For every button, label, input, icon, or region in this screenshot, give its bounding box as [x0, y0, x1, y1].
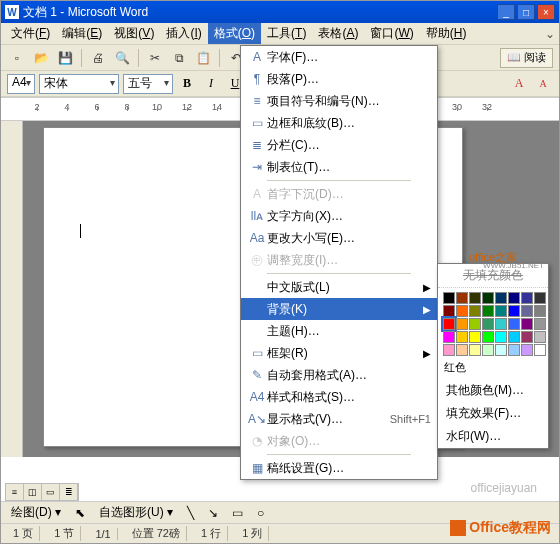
draw-menu-button[interactable]: 绘图(D) ▾ [7, 504, 65, 521]
color-swatch[interactable] [443, 292, 455, 304]
color-swatch[interactable] [443, 305, 455, 317]
format-menu-item[interactable]: ≡项目符号和编号(N)… [241, 90, 437, 112]
more-colors-item[interactable]: 其他颜色(M)… [438, 379, 548, 402]
color-swatch[interactable] [469, 331, 481, 343]
select-objects-button[interactable]: ⬉ [71, 506, 89, 520]
color-swatch[interactable] [469, 344, 481, 356]
menu-a[interactable]: 表格(A) [312, 23, 364, 44]
rectangle-button[interactable]: ▭ [228, 506, 247, 520]
format-menu-item[interactable]: ▭框架(R)▶ [241, 342, 437, 364]
save-button[interactable]: 💾 [55, 48, 75, 68]
print-view-button[interactable]: ▭ [42, 484, 60, 500]
color-swatch[interactable] [482, 305, 494, 317]
preview-button[interactable]: 🔍 [112, 48, 132, 68]
color-swatch[interactable] [469, 318, 481, 330]
format-menu-item[interactable]: ¶段落(P)… [241, 68, 437, 90]
outline-view-button[interactable]: ≣ [60, 484, 78, 500]
format-menu-item[interactable]: A4样式和格式(S)… [241, 386, 437, 408]
vertical-ruler[interactable] [1, 121, 23, 457]
color-swatch[interactable] [508, 344, 520, 356]
color-swatch[interactable] [534, 344, 546, 356]
color-swatch[interactable] [495, 318, 507, 330]
read-mode-button[interactable]: 📖阅读 [500, 48, 553, 68]
format-menu-item[interactable]: A↘显示格式(V)…Shift+F1 [241, 408, 437, 430]
font-name-combo[interactable]: 宋体 [39, 74, 119, 94]
new-button[interactable]: ▫ [7, 48, 27, 68]
font-grow-button[interactable]: A [509, 74, 529, 94]
fill-effects-item[interactable]: 填充效果(F)… [438, 402, 548, 425]
watermark-item[interactable]: 水印(W)… [438, 425, 548, 448]
menu-t[interactable]: 工具(T) [261, 23, 312, 44]
format-menu-item[interactable]: ▭边框和底纹(B)… [241, 112, 437, 134]
color-swatch[interactable] [508, 331, 520, 343]
normal-view-button[interactable]: ≡ [6, 484, 24, 500]
menu-f[interactable]: 文件(F) [5, 23, 56, 44]
color-swatch[interactable] [456, 318, 468, 330]
color-swatch[interactable] [443, 331, 455, 343]
autoshapes-button[interactable]: 自选图形(U) ▾ [95, 504, 177, 521]
format-menu-item[interactable]: 中文版式(L)▶ [241, 276, 437, 298]
color-swatch[interactable] [469, 292, 481, 304]
color-swatch[interactable] [508, 305, 520, 317]
arrow-button[interactable]: ↘ [204, 506, 222, 520]
menu-w[interactable]: 窗口(W) [364, 23, 419, 44]
cut-button[interactable]: ✂ [145, 48, 165, 68]
copy-button[interactable]: ⧉ [169, 48, 189, 68]
color-swatch[interactable] [495, 344, 507, 356]
format-menu-item[interactable]: ✎自动套用格式(A)… [241, 364, 437, 386]
color-swatch[interactable] [456, 344, 468, 356]
color-swatch[interactable] [495, 292, 507, 304]
color-swatch[interactable] [482, 318, 494, 330]
format-menu-item[interactable]: ≣分栏(C)… [241, 134, 437, 156]
format-menu-item[interactable]: 背景(K)▶ [241, 298, 437, 320]
close-button[interactable]: × [537, 4, 555, 20]
menu-e[interactable]: 编辑(E) [56, 23, 108, 44]
color-swatch[interactable] [482, 292, 494, 304]
maximize-button[interactable]: □ [517, 4, 535, 20]
menu-h[interactable]: 帮助(H) [420, 23, 473, 44]
menu-i[interactable]: 插入(I) [160, 23, 207, 44]
color-swatch[interactable] [482, 344, 494, 356]
format-menu-item[interactable]: Aa更改大小写(E)… [241, 227, 437, 249]
color-swatch[interactable] [521, 344, 533, 356]
line-button[interactable]: ╲ [183, 506, 198, 520]
color-swatch[interactable] [521, 305, 533, 317]
menu-o[interactable]: 格式(O) [208, 23, 261, 44]
color-swatch[interactable] [443, 318, 455, 330]
format-menu-item[interactable]: ⇥制表位(T)… [241, 156, 437, 178]
color-swatch[interactable] [482, 331, 494, 343]
color-swatch[interactable] [456, 305, 468, 317]
color-swatch[interactable] [443, 344, 455, 356]
format-menu-item[interactable]: A字体(F)… [241, 46, 437, 68]
color-swatch[interactable] [534, 292, 546, 304]
font-size-combo[interactable]: 五号 [123, 74, 173, 94]
color-swatch[interactable] [534, 331, 546, 343]
italic-button[interactable]: I [201, 74, 221, 94]
color-swatch[interactable] [456, 292, 468, 304]
color-swatch[interactable] [521, 318, 533, 330]
web-view-button[interactable]: ◫ [24, 484, 42, 500]
open-button[interactable]: 📂 [31, 48, 51, 68]
color-swatch[interactable] [469, 305, 481, 317]
color-swatch[interactable] [495, 331, 507, 343]
color-swatch[interactable] [508, 292, 520, 304]
paste-button[interactable]: 📋 [193, 48, 213, 68]
color-swatch[interactable] [495, 305, 507, 317]
print-button[interactable]: 🖨 [88, 48, 108, 68]
format-menu-item[interactable]: ▦稿纸设置(G)… [241, 457, 437, 479]
format-menu-item[interactable]: llᴀ文字方向(X)… [241, 205, 437, 227]
no-fill-option[interactable]: 无填充颜色 [438, 264, 548, 288]
color-swatch[interactable] [534, 318, 546, 330]
font-shrink-button[interactable]: A [533, 74, 553, 94]
color-swatch[interactable] [534, 305, 546, 317]
color-swatch[interactable] [521, 331, 533, 343]
bold-button[interactable]: B [177, 74, 197, 94]
format-menu-item[interactable]: 主题(H)… [241, 320, 437, 342]
color-swatch[interactable] [508, 318, 520, 330]
style-combo[interactable]: A4 [7, 74, 35, 94]
minimize-button[interactable]: _ [497, 4, 515, 20]
menu-v[interactable]: 视图(V) [108, 23, 160, 44]
menubar-chevron[interactable]: ⌄ [545, 27, 555, 41]
oval-button[interactable]: ○ [253, 506, 268, 520]
color-swatch[interactable] [456, 331, 468, 343]
